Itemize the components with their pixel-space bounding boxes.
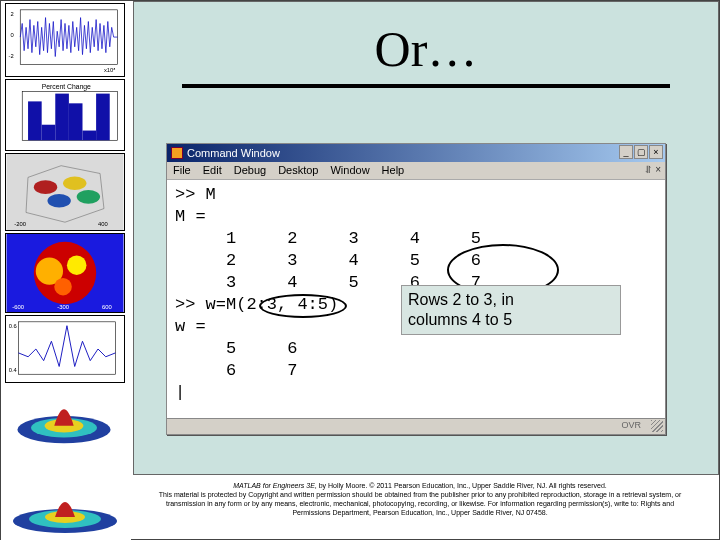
svg-text:600: 600 [102, 304, 113, 310]
footer-rest1: , by Holly Moore. © 2011 Pearson Educati… [315, 482, 607, 489]
svg-rect-9 [69, 103, 83, 140]
svg-rect-10 [83, 131, 97, 141]
thumb-sombrero-footer [3, 481, 127, 537]
cmd-line: 2 3 4 5 6 [175, 250, 657, 272]
footer: MATLAB for Engineers 3E, by Holly Moore.… [1, 475, 719, 539]
slide: 2 0 -2 x10³ Percent Change [0, 0, 720, 540]
oval-slice-expr [259, 294, 347, 318]
window-buttons: _ ▢ × [619, 145, 663, 159]
svg-point-14 [34, 180, 57, 194]
title-rule [182, 84, 670, 88]
thumb-bar-title: Percent Change [42, 83, 91, 91]
cmd-line: >> M [175, 184, 657, 206]
cursor-line: | [175, 382, 657, 404]
svg-rect-11 [96, 94, 110, 141]
thumb-fractal: -600 -300 600 [5, 233, 125, 313]
svg-rect-12 [7, 154, 124, 230]
thumb-bar-chart: Percent Change [5, 79, 125, 151]
svg-text:-2: -2 [9, 53, 14, 59]
svg-rect-8 [55, 94, 69, 141]
menu-file[interactable]: File [173, 164, 191, 177]
maximize-button[interactable]: ▢ [634, 145, 648, 159]
svg-rect-7 [42, 125, 56, 141]
footer-line2: This material is protected by Copyright … [141, 490, 699, 499]
cmd-line: 1 2 3 4 5 [175, 228, 657, 250]
svg-text:-600: -600 [12, 304, 24, 310]
status-bar: OVR [167, 418, 665, 434]
svg-text:2: 2 [11, 11, 14, 17]
slide-title: Or… [134, 20, 718, 78]
callout-line2: columns 4 to 5 [408, 310, 614, 330]
dock-icon[interactable]: ⥯ × [644, 164, 661, 175]
command-window-title: Command Window [187, 147, 280, 159]
menu-desktop[interactable]: Desktop [278, 164, 318, 177]
thumbnail-column: 2 0 -2 x10³ Percent Change [1, 1, 131, 540]
footer-line1: MATLAB for Engineers 3E, by Holly Moore.… [141, 481, 699, 490]
svg-text:0.4: 0.4 [9, 367, 18, 373]
menu-bar: File Edit Debug Desktop Window Help ⥯ × [167, 162, 665, 180]
svg-text:x10³: x10³ [104, 67, 115, 73]
svg-point-15 [63, 176, 86, 190]
footer-book: MATLAB for Engineers 3E [233, 482, 315, 489]
menu-window[interactable]: Window [330, 164, 369, 177]
cmd-line: 6 7 [175, 360, 657, 382]
menu-debug[interactable]: Debug [234, 164, 266, 177]
app-icon [171, 147, 183, 159]
menu-help[interactable]: Help [382, 164, 405, 177]
callout-box: Rows 2 to 3, in columns 4 to 5 [401, 285, 621, 335]
resize-grip-icon[interactable] [651, 420, 663, 432]
thumb-sinc-plot: 0.6 0.4 [5, 315, 125, 383]
svg-point-23 [67, 255, 87, 275]
status-ovr: OVR [621, 420, 641, 430]
minimize-button[interactable]: _ [619, 145, 633, 159]
footer-line4: Permissions Department, Pearson Educatio… [141, 508, 699, 517]
svg-rect-28 [18, 322, 115, 374]
svg-point-24 [54, 278, 72, 296]
footer-line3: transmission in any form or by any means… [141, 499, 699, 508]
svg-text:0.6: 0.6 [9, 323, 17, 329]
svg-rect-6 [28, 101, 42, 140]
svg-text:-200: -200 [14, 221, 26, 227]
svg-text:-300: -300 [57, 304, 69, 310]
cmd-line: 5 6 [175, 338, 657, 360]
thumb-signal-plot: 2 0 -2 x10³ [5, 3, 125, 77]
menu-edit[interactable]: Edit [203, 164, 222, 177]
svg-point-16 [47, 194, 70, 208]
close-button[interactable]: × [649, 145, 663, 159]
thumb-surface-3d: -200 400 [5, 153, 125, 231]
svg-point-17 [77, 190, 100, 204]
thumb-sombrero-3d [5, 385, 125, 453]
command-window-titlebar: Command Window _ ▢ × [167, 144, 665, 162]
callout-line1: Rows 2 to 3, in [408, 290, 614, 310]
cmd-line: M = [175, 206, 657, 228]
svg-text:400: 400 [98, 221, 108, 227]
svg-text:0: 0 [11, 32, 15, 38]
